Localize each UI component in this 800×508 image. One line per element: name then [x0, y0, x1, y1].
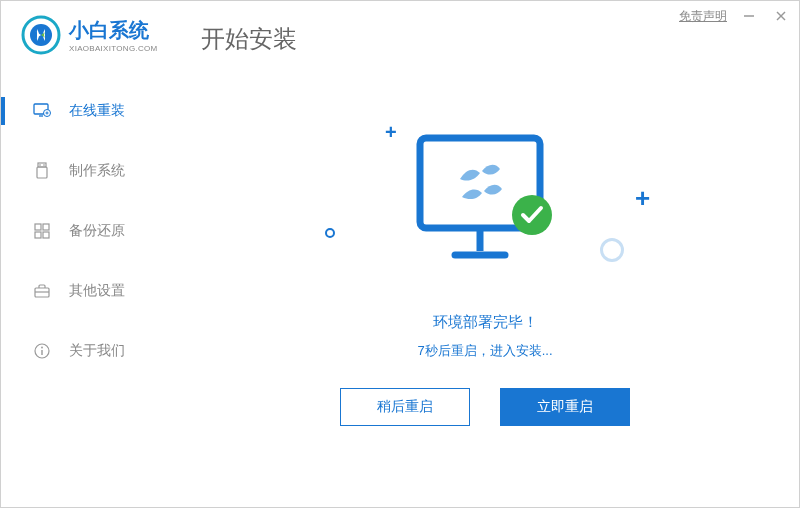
sidebar-item-label: 备份还原 [69, 222, 125, 240]
sidebar-item-other-settings[interactable]: 其他设置 [1, 261, 181, 321]
close-button[interactable] [771, 6, 791, 26]
svg-rect-9 [37, 167, 47, 178]
restart-later-button[interactable]: 稍后重启 [340, 388, 470, 426]
minimize-button[interactable] [739, 6, 759, 26]
sidebar-item-online-reinstall[interactable]: 在线重装 [1, 81, 181, 141]
circle-decoration-icon [325, 228, 335, 238]
page-title: 开始安装 [201, 23, 297, 55]
logo-subtitle: XIAOBAIXITONG.COM [69, 44, 158, 53]
monitor-icon [410, 133, 560, 277]
disclaimer-link[interactable]: 免责声明 [679, 8, 727, 25]
svg-point-19 [41, 347, 43, 349]
sidebar: 在线重装 制作系统 备份还原 其他设置 关于我们 [1, 81, 181, 381]
status-message-countdown: 7秒后重启，进入安装... [417, 342, 552, 360]
status-message-complete: 环境部署完毕！ [433, 313, 538, 332]
sidebar-item-label: 其他设置 [69, 282, 125, 300]
illustration: + + [295, 113, 675, 293]
sidebar-item-label: 在线重装 [69, 102, 125, 120]
grid-icon [33, 222, 51, 240]
logo-icon [21, 15, 61, 55]
svg-rect-15 [43, 232, 49, 238]
plus-decoration-icon: + [385, 121, 397, 144]
info-icon [33, 342, 51, 360]
svg-rect-13 [43, 224, 49, 230]
main-content: + + 环境部署完毕！ 7秒后重启，进入安装... 稍后重启 立即重启 [191, 71, 779, 487]
sidebar-item-backup-restore[interactable]: 备份还原 [1, 201, 181, 261]
restart-now-button[interactable]: 立即重启 [500, 388, 630, 426]
circle-decoration-icon [600, 238, 624, 262]
toolbox-icon [33, 282, 51, 300]
svg-rect-8 [38, 163, 46, 167]
svg-rect-14 [35, 232, 41, 238]
sidebar-item-about[interactable]: 关于我们 [1, 321, 181, 381]
logo: 小白系统 XIAOBAIXITONG.COM [21, 15, 158, 55]
sidebar-item-label: 制作系统 [69, 162, 125, 180]
monitor-install-icon [33, 102, 51, 120]
svg-rect-12 [35, 224, 41, 230]
sidebar-item-make-system[interactable]: 制作系统 [1, 141, 181, 201]
sidebar-item-label: 关于我们 [69, 342, 125, 360]
usb-icon [33, 162, 51, 180]
plus-decoration-icon: + [635, 183, 650, 214]
logo-title: 小白系统 [69, 17, 158, 44]
